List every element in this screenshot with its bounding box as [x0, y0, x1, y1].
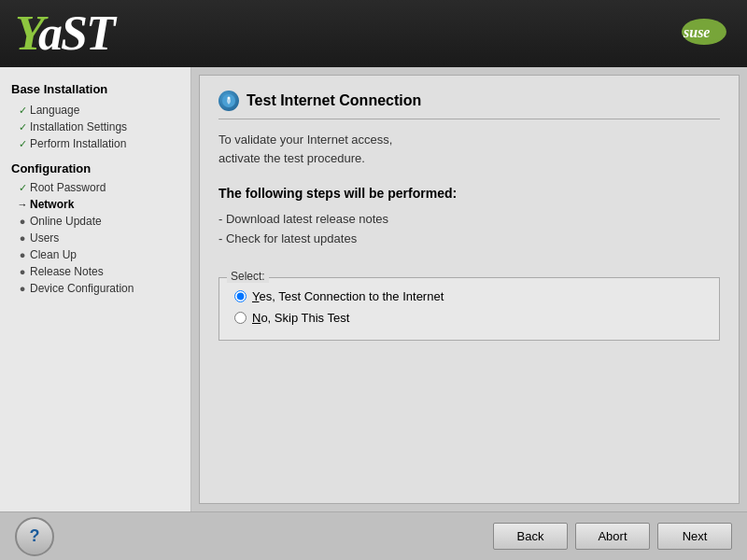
- description: To validate your Internet access, activa…: [218, 131, 720, 167]
- svg-point-3: [228, 97, 231, 100]
- next-button[interactable]: Next: [657, 523, 732, 550]
- radio-yes-option[interactable]: Yes, Test Connection to the Internet: [234, 289, 704, 303]
- back-button[interactable]: Back: [493, 523, 568, 550]
- check-icon: ✓: [15, 182, 30, 194]
- connection-icon: [218, 91, 239, 111]
- sidebar-item-label: Release Notes: [30, 265, 104, 278]
- sidebar-item-label: Perform Installation: [30, 137, 126, 150]
- sidebar-item-label: Network: [30, 198, 74, 211]
- dot-icon: ●: [15, 249, 30, 260]
- step-item: - Check for latest updates: [218, 231, 720, 245]
- dot-icon: ●: [15, 216, 30, 227]
- sidebar-item-label: Online Update: [30, 215, 102, 228]
- content-panel: Test Internet Connection To validate you…: [199, 75, 740, 504]
- sidebar-item-online-update[interactable]: ● Online Update: [11, 213, 179, 230]
- main-layout: Base Installation ✓ Language ✓ Installat…: [0, 67, 747, 511]
- header: YaST suse: [0, 0, 747, 67]
- radio-yes[interactable]: [234, 290, 247, 302]
- sidebar-item-users[interactable]: ● Users: [11, 230, 179, 246]
- bottom-left: ?: [15, 517, 54, 556]
- sidebar-item-label: Language: [30, 104, 79, 117]
- dot-icon: ●: [15, 283, 30, 294]
- sidebar-item-language[interactable]: ✓ Language: [11, 102, 179, 119]
- suse-logo: suse: [676, 13, 732, 55]
- svg-text:suse: suse: [683, 24, 710, 40]
- radio-yes-label: Yes, Test Connection to the Internet: [252, 289, 444, 303]
- check-icon: ✓: [15, 121, 30, 133]
- sidebar-item-device-configuration[interactable]: ● Device Configuration: [11, 280, 179, 297]
- dot-icon: ●: [15, 266, 30, 277]
- content-title-bar: Test Internet Connection: [218, 91, 720, 119]
- sidebar: Base Installation ✓ Language ✓ Installat…: [0, 67, 191, 511]
- abort-button[interactable]: Abort: [575, 523, 650, 550]
- yast-logo: YaST: [15, 9, 114, 58]
- step-item: - Download latest release notes: [218, 212, 720, 226]
- dot-icon: ●: [15, 232, 30, 244]
- sidebar-item-perform-installation[interactable]: ✓ Perform Installation: [11, 135, 179, 152]
- select-legend: Select:: [227, 270, 269, 283]
- sidebar-item-label: Installation Settings: [30, 120, 127, 133]
- sidebar-item-label: Clean Up: [30, 248, 77, 261]
- check-icon: ✓: [15, 105, 30, 117]
- arrow-icon: →: [15, 199, 30, 210]
- sidebar-item-release-notes[interactable]: ● Release Notes: [11, 263, 179, 280]
- page-title: Test Internet Connection: [247, 92, 421, 109]
- configuration-section: Configuration: [11, 161, 179, 175]
- radio-no-option[interactable]: No, Skip This Test: [234, 311, 704, 325]
- radio-no[interactable]: [234, 312, 247, 324]
- bottom-bar: ? Back Abort Next: [0, 511, 747, 560]
- sidebar-item-installation-settings[interactable]: ✓ Installation Settings: [11, 119, 179, 135]
- sidebar-item-label: Users: [30, 231, 59, 245]
- steps-list: - Download latest release notes - Check …: [218, 212, 720, 251]
- steps-heading: The following steps will be performed:: [218, 186, 720, 201]
- sidebar-item-clean-up[interactable]: ● Clean Up: [11, 246, 179, 263]
- sidebar-item-label: Root Password: [30, 181, 106, 194]
- sidebar-item-root-password[interactable]: ✓ Root Password: [11, 179, 179, 196]
- content-area: Test Internet Connection To validate you…: [191, 67, 747, 511]
- sidebar-item-label: Device Configuration: [30, 282, 134, 295]
- base-installation-section: Base Installation: [11, 82, 179, 96]
- select-group: Select: Yes, Test Connection to the Inte…: [218, 277, 720, 341]
- help-button[interactable]: ?: [15, 517, 54, 556]
- sidebar-item-network[interactable]: → Network: [11, 196, 179, 213]
- check-icon: ✓: [15, 138, 30, 150]
- radio-no-label: No, Skip This Test: [252, 311, 349, 325]
- bottom-right: Back Abort Next: [493, 523, 732, 550]
